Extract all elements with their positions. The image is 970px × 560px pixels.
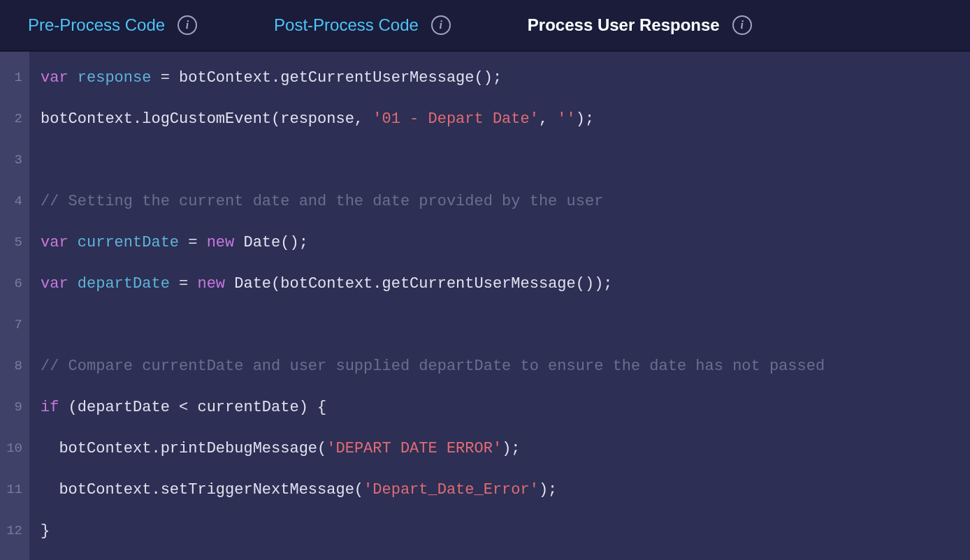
- info-icon[interactable]: i: [431, 15, 451, 35]
- code-token: '01 - Depart Date': [372, 110, 539, 128]
- line-number: 3: [0, 140, 29, 181]
- tab-label: Process User Response: [528, 15, 720, 35]
- code-editor: 1 2 3 4 5 6 7 8 9 10 11 12 var response …: [0, 50, 970, 560]
- code-token: new: [207, 234, 235, 251]
- code-line: var response = botContext.getCurrentUser…: [41, 57, 959, 98]
- code-token: currentDate: [78, 234, 179, 251]
- code-token: ,: [539, 110, 557, 128]
- code-line: botContext.printDebugMessage('DEPART DAT…: [41, 428, 959, 469]
- line-number: 6: [0, 263, 29, 304]
- code-line: // Setting the current date and the date…: [41, 181, 959, 222]
- code-token: );: [502, 440, 520, 457]
- line-number: 2: [0, 98, 29, 140]
- code-token: var: [41, 275, 68, 293]
- code-token: = botContext.getCurrentUserMessage();: [151, 69, 502, 87]
- code-line: }: [41, 510, 959, 552]
- tabs-header: Pre-Process Code i Post-Process Code i P…: [0, 0, 970, 50]
- tab-label: Post-Process Code: [274, 15, 419, 35]
- code-line: if (departDate < currentDate) {: [41, 387, 959, 428]
- line-number: 11: [0, 469, 29, 510]
- code-token: =: [170, 275, 198, 293]
- code-token: [68, 275, 78, 293]
- code-token: departDate: [78, 275, 170, 293]
- line-number: 1: [0, 57, 29, 98]
- code-token: new: [197, 275, 225, 293]
- tab-process-user-response[interactable]: Process User Response i: [528, 15, 752, 35]
- code-token: var: [41, 69, 68, 87]
- tab-label: Pre-Process Code: [28, 15, 165, 35]
- line-number-gutter: 1 2 3 4 5 6 7 8 9 10 11 12: [0, 52, 29, 560]
- code-token: // Compare currentDate and user supplied…: [41, 358, 825, 375]
- code-token: Date();: [234, 234, 308, 251]
- code-line: var departDate = new Date(botContext.get…: [41, 263, 959, 304]
- code-token: 'Depart_Date_Error': [363, 481, 539, 499]
- code-line: botContext.logCustomEvent(response, '01 …: [41, 98, 959, 140]
- code-token: }: [41, 522, 50, 540]
- code-line: [41, 304, 959, 346]
- code-token: Date(botContext.getCurrentUserMessage())…: [225, 275, 613, 293]
- line-number: 9: [0, 387, 29, 428]
- line-number: 4: [0, 181, 29, 222]
- code-token: botContext.logCustomEvent(response,: [41, 110, 372, 128]
- line-number: 7: [0, 304, 29, 346]
- code-token: =: [179, 234, 207, 251]
- info-icon[interactable]: i: [178, 15, 197, 35]
- line-number: 12: [0, 510, 29, 552]
- line-number: 10: [0, 428, 29, 469]
- tab-post-process-code[interactable]: Post-Process Code i: [274, 15, 451, 35]
- code-token: response: [78, 69, 152, 87]
- code-token: // Setting the current date and the date…: [41, 193, 603, 210]
- code-token: if: [41, 399, 59, 416]
- line-number: 8: [0, 346, 29, 387]
- code-token: );: [576, 110, 594, 128]
- code-line: var currentDate = new Date();: [41, 222, 959, 263]
- code-token: );: [539, 481, 557, 499]
- info-icon[interactable]: i: [732, 15, 752, 35]
- code-token: (departDate < currentDate) {: [59, 399, 326, 416]
- code-token: 'DEPART DATE ERROR': [326, 440, 502, 457]
- code-line: [41, 140, 959, 181]
- code-token: botContext.printDebugMessage(: [41, 440, 326, 457]
- tab-pre-process-code[interactable]: Pre-Process Code i: [28, 15, 197, 35]
- code-area[interactable]: var response = botContext.getCurrentUser…: [29, 52, 970, 560]
- code-line: botContext.setTriggerNextMessage('Depart…: [41, 469, 959, 510]
- code-line: // Compare currentDate and user supplied…: [41, 346, 959, 387]
- code-token: [68, 234, 78, 251]
- code-token: var: [41, 234, 68, 251]
- code-token: botContext.setTriggerNextMessage(: [41, 481, 363, 499]
- code-token: [68, 69, 78, 87]
- line-number: 5: [0, 222, 29, 263]
- code-token: '': [557, 110, 575, 128]
